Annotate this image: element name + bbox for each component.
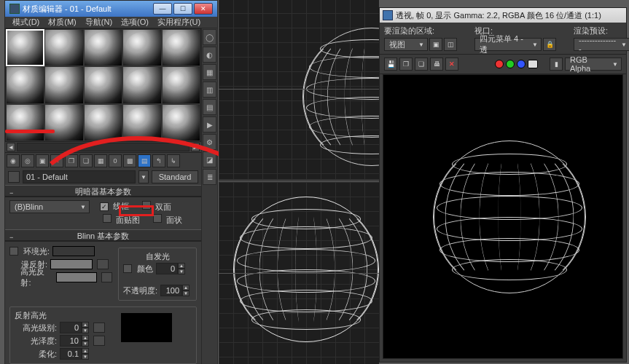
get-material-icon[interactable]: ◉ [7, 154, 20, 167]
material-slot[interactable] [6, 104, 44, 141]
two-sided-checkbox[interactable]: 双面 [142, 201, 171, 213]
make-unique-icon[interactable]: ❏ [79, 154, 93, 167]
channel-select[interactable]: RGB Alpha▼ [565, 58, 622, 71]
wireframe-checkbox[interactable]: 线框 [100, 201, 129, 213]
minimize-button[interactable]: — [153, 3, 172, 15]
show-end-result-icon[interactable]: ▤ [138, 154, 151, 167]
rollout-shader-header[interactable]: − 明暗器基本参数 [5, 185, 201, 197]
menu-nav[interactable]: 导航(N) [81, 17, 117, 28]
face-map-checkbox[interactable]: 面贴图 [103, 214, 140, 226]
soften-spinner[interactable]: 0.1 ▲▼ [60, 348, 89, 360]
show-map-icon[interactable]: ▩ [123, 154, 136, 167]
material-slot[interactable] [162, 104, 200, 141]
channel-mono-toggle[interactable] [528, 60, 538, 68]
material-slot[interactable] [84, 104, 122, 141]
material-slot[interactable] [44, 66, 83, 103]
close-button[interactable]: ✕ [194, 3, 213, 15]
render-titlebar[interactable]: 透视, 帧 0, 显示 Gamma: 2.2, RGBA 颜色 16 位/通道 … [380, 8, 626, 23]
options-icon[interactable]: ⚙ [203, 134, 216, 150]
channel-g-toggle[interactable] [506, 60, 515, 68]
preset-select[interactable]: ---------------▼ [574, 38, 629, 51]
sample-type-icon[interactable]: ◯ [203, 29, 216, 45]
self-illum-spinner[interactable]: 0 ▲▼ [156, 263, 185, 274]
video-check-icon[interactable]: ▤ [203, 99, 216, 115]
material-map-nav-icon[interactable]: ≣ [203, 169, 216, 185]
maximize-button[interactable]: ☐ [173, 3, 192, 15]
menu-material[interactable]: 材质(M) [44, 17, 81, 28]
sample-uv-icon[interactable]: ▥ [203, 82, 216, 98]
assign-icon[interactable]: ▣ [36, 154, 49, 167]
render-canvas[interactable] [383, 74, 623, 359]
viewport-bottom[interactable] [219, 182, 379, 364]
put-library-icon[interactable]: ▦ [94, 154, 107, 167]
go-forward-icon[interactable]: ↳ [167, 154, 180, 167]
scroll-track[interactable] [17, 143, 190, 151]
menu-options[interactable]: 选项(O) [117, 17, 153, 28]
menu-mode[interactable]: 模式(D) [8, 17, 44, 28]
menu-utils[interactable]: 实用程序(U) [153, 17, 205, 28]
select-by-mat-icon[interactable]: ◪ [203, 151, 216, 167]
make-copy-icon[interactable]: ❐ [65, 154, 78, 167]
material-id-icon[interactable]: 0 [109, 154, 122, 167]
material-name-input[interactable]: 01 - Default [23, 170, 136, 183]
spec-level-spinner[interactable]: 0 ▲▼ [60, 322, 89, 333]
backlight-icon[interactable]: ◐ [203, 47, 216, 63]
gloss-spinner[interactable]: 10 ▲▼ [60, 335, 89, 347]
diffuse-swatch[interactable] [50, 259, 93, 269]
slot-scrollbar[interactable]: ◄ ► [5, 142, 201, 152]
viewport-select[interactable]: 四元菜单 4 - 透▼ [474, 38, 542, 51]
pick-material-icon[interactable] [8, 171, 20, 183]
material-slot[interactable] [84, 66, 122, 103]
go-parent-icon[interactable]: ↰ [152, 154, 165, 167]
material-slot[interactable] [122, 104, 161, 141]
auto-region-icon[interactable]: ◫ [444, 38, 457, 51]
material-slot[interactable] [84, 29, 122, 66]
material-slot[interactable] [44, 29, 83, 66]
material-slot[interactable] [44, 104, 83, 141]
clone-frame-icon[interactable]: ❏ [415, 58, 428, 71]
make-preview-icon[interactable]: ▶ [203, 116, 216, 132]
material-slot[interactable] [162, 66, 200, 103]
save-image-icon[interactable]: 💾 [384, 58, 397, 71]
diffuse-map-button[interactable] [97, 259, 109, 269]
specular-map-button[interactable] [101, 272, 112, 282]
viewport-top[interactable] [219, 0, 379, 181]
rollout-blinn-header[interactable]: − Blinn 基本参数 [5, 229, 201, 241]
material-slot[interactable] [162, 29, 200, 66]
scroll-right-icon[interactable]: ► [191, 143, 200, 151]
region-icon[interactable]: ▣ [429, 38, 442, 51]
material-slot[interactable] [122, 29, 161, 66]
area-select[interactable]: 视图▼ [384, 38, 428, 51]
self-illum-color-checkbox[interactable] [123, 264, 132, 273]
reset-icon[interactable]: ✕ [50, 154, 63, 167]
background-icon[interactable]: ▦ [203, 64, 216, 80]
app-icon [383, 10, 393, 20]
minus-icon: − [9, 232, 13, 243]
copy-image-icon[interactable]: ❐ [399, 58, 413, 71]
faceted-checkbox[interactable]: 面状 [153, 214, 182, 226]
lock-viewport-icon[interactable]: 🔒 [543, 38, 556, 51]
app-icon [9, 4, 20, 14]
material-slot[interactable] [122, 66, 161, 103]
material-editor-titlebar[interactable]: 材质编辑器 - 01 - Default — ☐ ✕ [5, 1, 217, 17]
clear-icon[interactable]: ✕ [445, 58, 458, 71]
material-type-button[interactable]: Standard [152, 170, 198, 183]
channel-r-toggle[interactable] [495, 60, 504, 68]
material-name-dropdown-icon[interactable]: ▼ [138, 170, 149, 183]
put-to-scene-icon[interactable]: ◎ [21, 154, 34, 167]
material-slot[interactable] [6, 29, 44, 66]
ambient-lock-icon[interactable] [9, 247, 18, 256]
viewport-area: [真实] [219, 0, 379, 364]
render-toolbar: 💾 ❐ ❏ 🖶 ✕ ▮ RGB Alpha▼ [380, 54, 626, 74]
channel-b-toggle[interactable] [517, 60, 526, 68]
toggle-ui-icon[interactable]: ▮ [550, 58, 563, 71]
print-icon[interactable]: 🖶 [430, 58, 443, 71]
ambient-swatch[interactable] [52, 246, 95, 256]
material-slot[interactable] [6, 66, 44, 103]
spec-level-map-button[interactable] [93, 323, 105, 333]
gloss-map-button[interactable] [93, 336, 105, 346]
specular-swatch[interactable] [56, 272, 96, 282]
opacity-spinner[interactable]: 100 ▲▼ [160, 285, 190, 296]
shader-type-select[interactable]: (B)Blinn ▼ [9, 200, 90, 213]
scroll-left-icon[interactable]: ◄ [7, 143, 15, 151]
